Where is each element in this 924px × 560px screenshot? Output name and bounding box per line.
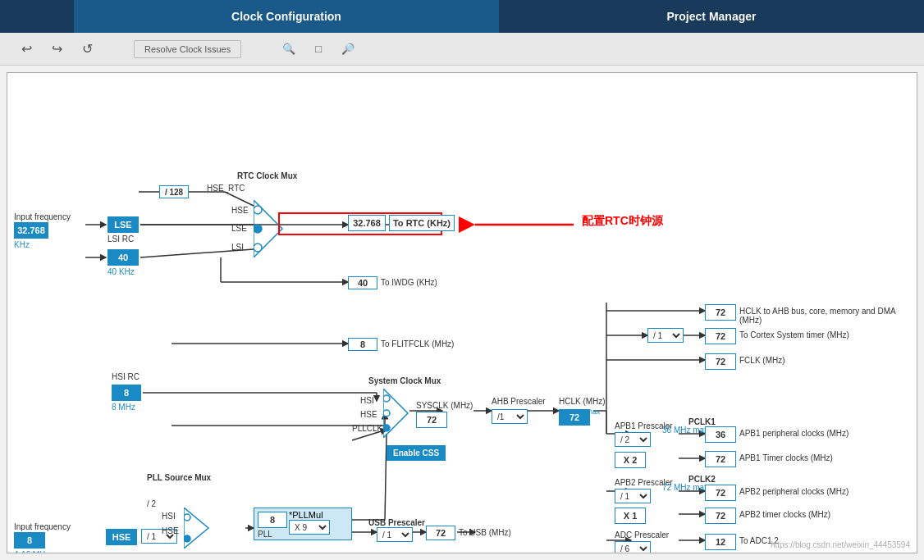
lsi-mux-label: LSI xyxy=(231,243,244,252)
ahb-prescaler: AHB Prescaler /1 xyxy=(492,397,546,424)
enable-css-button[interactable]: Enable CSS xyxy=(387,445,446,461)
apb2-x1-box: X 1 xyxy=(615,508,646,524)
apb1-prescaler-select[interactable]: / 2 xyxy=(615,432,651,447)
top-bar: Clock Configuration Project Manager xyxy=(0,0,924,33)
apb2-timer-val: 72 xyxy=(705,508,736,524)
apb2-peri-val: 72 xyxy=(705,485,736,501)
pll-source-mux-label: PLL Source Mux xyxy=(147,473,211,482)
fclk-val: 72 xyxy=(705,353,736,370)
pclk1-label: PCLK1 xyxy=(688,417,716,426)
ahb-out-val: 72 xyxy=(705,304,736,321)
svg-line-5 xyxy=(225,192,254,206)
to-iwdg-label: To IWDG (KHz) xyxy=(381,278,437,287)
apb1-max-label: 36 MHz max xyxy=(662,426,708,435)
pll-x9-select[interactable]: X 9 xyxy=(289,520,330,535)
hclk-val-box: 72 xyxy=(559,409,590,426)
to-flitfclk-label: To FLITFCLK (MHz) xyxy=(381,339,454,348)
apb1-peri-val: 36 xyxy=(705,426,736,443)
zoom-out-button[interactable]: 🔎 xyxy=(336,41,359,57)
apb2-prescaler-select[interactable]: / 1 xyxy=(615,489,651,503)
sysclk-label: SYSCLK (MHz) 72 xyxy=(416,401,473,410)
refresh-button[interactable]: ↺ xyxy=(77,39,98,58)
svg-point-47 xyxy=(254,225,262,233)
freq-416-label: 4-16 MHz xyxy=(14,550,49,553)
resolve-clock-issues-button[interactable]: Resolve Clock Issues xyxy=(134,40,241,58)
clock-config-tab[interactable]: Clock Configuration xyxy=(74,0,499,33)
hse-mux-label: HSE xyxy=(231,206,249,215)
freq-32768-box: 32.768 xyxy=(14,222,48,239)
lsi-rc-box: 40 xyxy=(107,249,139,266)
lse-box: LSE xyxy=(107,216,139,233)
zoom-in-button[interactable]: 🔍 xyxy=(277,41,300,57)
top-bar-left-section xyxy=(0,0,74,33)
fclk-label: FCLK (MHz) xyxy=(739,356,785,365)
ahb-out-label: HCLK to AHB bus, core, memory and DMA (M… xyxy=(739,307,917,325)
svg-point-54 xyxy=(184,514,190,521)
lsi-rc-sub-label: 40 KHz xyxy=(107,267,135,276)
watermark: https://blog.csdn.net/weixin_44453594 xyxy=(771,540,910,549)
input-freq-label-top: Input frequency 32.768 KHz xyxy=(14,212,71,221)
main-diagram-area: Input frequency 32.768 KHz LSE LSI RC 40… xyxy=(7,72,917,553)
to-rtc-box: To RTC (KHz) xyxy=(389,215,455,231)
hclk-section: HCLK (MHz) 72 72 MHz max xyxy=(559,397,606,416)
svg-point-51 xyxy=(383,410,390,417)
ahb-prescaler-select[interactable]: /1 xyxy=(492,409,528,424)
adc-prescaler: ADC Prescaler / 6 xyxy=(615,530,669,553)
hse-rtc-label: HSE_RTC xyxy=(207,184,245,193)
rtc-value-box: 32.768 xyxy=(348,215,386,231)
pllclk-label: PLLCLK xyxy=(352,424,382,433)
fit-button[interactable]: □ xyxy=(310,41,327,57)
apb2-peri-label: APB2 peripheral clocks (MHz) xyxy=(739,487,849,496)
usb-val-box: 72 xyxy=(426,526,455,540)
project-manager-label: Project Manager xyxy=(667,10,757,23)
pll-label: PLL xyxy=(258,530,272,539)
pllmul-label: *PLLMul xyxy=(289,510,323,520)
sys-mux-triangle xyxy=(383,389,413,438)
clock-config-label: Clock Configuration xyxy=(231,10,341,23)
apb2-max-label: 72 MHz max xyxy=(662,483,708,492)
lsi-rc-label: LSI RC xyxy=(107,234,134,244)
lse-mux-label: LSE xyxy=(231,224,247,233)
hsi-rc-box: 8 xyxy=(112,385,141,401)
rtc-annotation: 配置RTC时钟源 xyxy=(582,214,663,229)
system-clock-mux-label: System Clock Mux xyxy=(368,376,441,385)
pll-mux-triangle xyxy=(184,508,213,549)
apb2-timer-label: APB2 timer clocks (MHz) xyxy=(739,510,830,519)
cortex-timer-label: To Cortex System timer (MHz) xyxy=(739,330,849,339)
svg-point-50 xyxy=(383,395,390,402)
svg-point-46 xyxy=(254,206,262,214)
cortex-timer-val: 72 xyxy=(705,328,736,344)
redo-button[interactable]: ↪ xyxy=(47,39,67,58)
apb1-x2-box: X 2 xyxy=(615,452,646,468)
hsi-rc-sub-label: 8 MHz xyxy=(112,403,135,412)
apb1-timer-val: 72 xyxy=(705,451,736,467)
to-usb-label: To USB (MHz) xyxy=(459,528,511,537)
adc-val: 12 xyxy=(705,534,736,550)
apb1-peri-label: APB1 peripheral clocks (MHz) xyxy=(739,429,849,438)
adc-prescaler-select[interactable]: / 6 xyxy=(615,541,651,553)
svg-point-48 xyxy=(254,244,262,252)
iwdg-val-box: 40 xyxy=(348,276,377,289)
cortex-timer-select[interactable]: / 1 xyxy=(647,328,684,343)
hse-sys-label: HSE xyxy=(360,410,377,419)
usb-prescaler-label: USB Prescaler xyxy=(368,518,425,527)
apb1-timer-label: APB1 Timer clocks (MHz) xyxy=(739,453,833,462)
div128-box: / 128 xyxy=(159,185,189,198)
sysclk-val-box: 72 xyxy=(416,412,447,428)
pll-box: 8 *PLLMul X 9 PLL xyxy=(254,508,352,540)
input-freq-label-bottom: Input frequency 8 4-16 MHz xyxy=(14,522,71,531)
freq-khz-label: KHz xyxy=(14,240,48,249)
usb-prescaler-select[interactable]: / 1 xyxy=(377,527,413,542)
undo-button[interactable]: ↩ xyxy=(16,39,37,58)
rtc-clock-mux-label: RTC Clock Mux xyxy=(237,171,297,180)
svg-point-52 xyxy=(383,425,390,431)
project-manager-tab[interactable]: Project Manager xyxy=(499,0,924,33)
toolbar: ↩ ↪ ↺ Resolve Clock Issues 🔍 □ 🔎 xyxy=(0,33,924,66)
pll-val-box: 8 xyxy=(258,512,287,528)
svg-point-55 xyxy=(184,535,190,542)
flitfclk-val-box: 8 xyxy=(348,338,377,351)
hsi-sys-label: HSI xyxy=(360,396,374,405)
hse-box: HSE xyxy=(106,529,137,545)
hsi-rc-label: HSI RC xyxy=(112,372,140,381)
freq-8-box: 8 xyxy=(14,532,45,549)
